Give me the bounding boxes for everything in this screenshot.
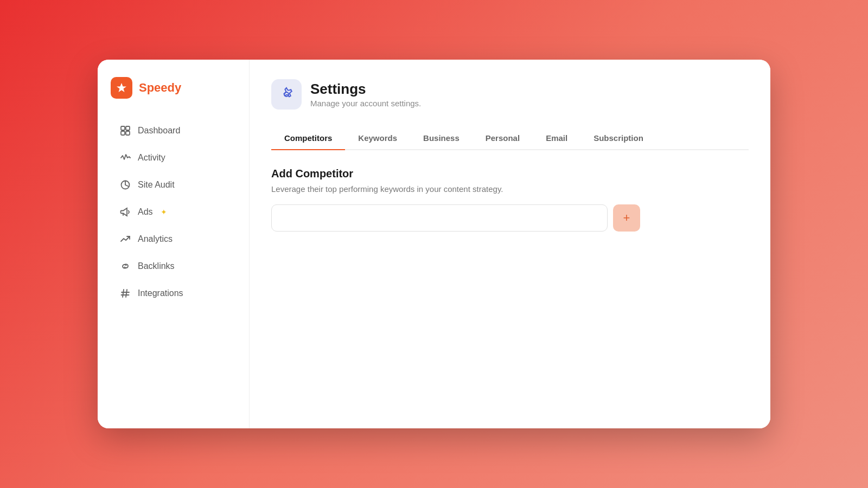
tab-email[interactable]: Email — [533, 127, 580, 150]
tab-competitors[interactable]: Competitors — [271, 127, 345, 150]
sidebar-item-dashboard[interactable]: Dashboard — [111, 118, 236, 143]
sidebar-label-dashboard: Dashboard — [138, 126, 180, 136]
logo-text: Speedy — [139, 81, 181, 95]
main-content: Settings Manage your account settings. C… — [250, 60, 770, 428]
svg-rect-3 — [121, 131, 125, 135]
sidebar-label-integrations: Integrations — [138, 288, 183, 298]
sidebar-item-site-audit[interactable]: Site Audit — [111, 172, 236, 197]
svg-rect-2 — [126, 126, 130, 130]
header-text-group: Settings Manage your account settings. — [310, 81, 421, 108]
activity-icon — [119, 152, 131, 164]
sidebar-label-ads: Ads — [138, 207, 153, 217]
app-window: Speedy Dashboard Activity — [98, 60, 770, 428]
input-row: + — [271, 204, 749, 232]
add-competitor-button[interactable]: + — [613, 204, 640, 232]
sidebar-item-ads[interactable]: Ads ✦ — [111, 200, 236, 224]
tab-business[interactable]: Business — [410, 127, 473, 150]
page-title: Settings — [310, 81, 421, 98]
sidebar-label-site-audit: Site Audit — [138, 180, 175, 190]
sidebar-item-backlinks[interactable]: Backlinks — [111, 254, 236, 279]
settings-icon-bg — [271, 79, 302, 110]
section-description: Leverage their top performing keywords i… — [271, 184, 749, 194]
hash-icon — [119, 287, 131, 299]
svg-line-6 — [123, 290, 124, 297]
ads-star-badge: ✦ — [161, 208, 167, 216]
link-icon — [119, 260, 131, 272]
pie-icon — [119, 179, 131, 191]
sidebar-label-backlinks: Backlinks — [138, 261, 175, 271]
megaphone-icon — [119, 206, 131, 218]
tab-keywords[interactable]: Keywords — [345, 127, 410, 150]
svg-line-7 — [126, 290, 127, 297]
plus-icon: + — [623, 211, 630, 225]
competitor-input[interactable] — [271, 204, 608, 232]
logo-area: Speedy — [111, 77, 236, 99]
sidebar-label-analytics: Analytics — [138, 234, 173, 244]
sidebar-item-integrations[interactable]: Integrations — [111, 281, 236, 306]
competitors-section: Add Competitor Leverage their top perfor… — [271, 168, 749, 232]
section-title: Add Competitor — [271, 168, 749, 180]
sidebar-item-activity[interactable]: Activity — [111, 145, 236, 170]
logo-icon — [111, 77, 132, 99]
trending-icon — [119, 233, 131, 245]
settings-tabs: Competitors Keywords Business Personal E… — [271, 127, 749, 150]
page-subtitle: Manage your account settings. — [310, 99, 421, 108]
sidebar-label-activity: Activity — [138, 153, 165, 163]
tab-subscription[interactable]: Subscription — [580, 127, 656, 150]
sidebar-item-analytics[interactable]: Analytics — [111, 227, 236, 252]
grid-icon — [119, 125, 131, 137]
sidebar: Speedy Dashboard Activity — [98, 60, 250, 428]
page-header: Settings Manage your account settings. — [271, 79, 749, 110]
tab-personal[interactable]: Personal — [473, 127, 533, 150]
svg-rect-1 — [121, 126, 125, 130]
svg-rect-4 — [126, 131, 130, 135]
